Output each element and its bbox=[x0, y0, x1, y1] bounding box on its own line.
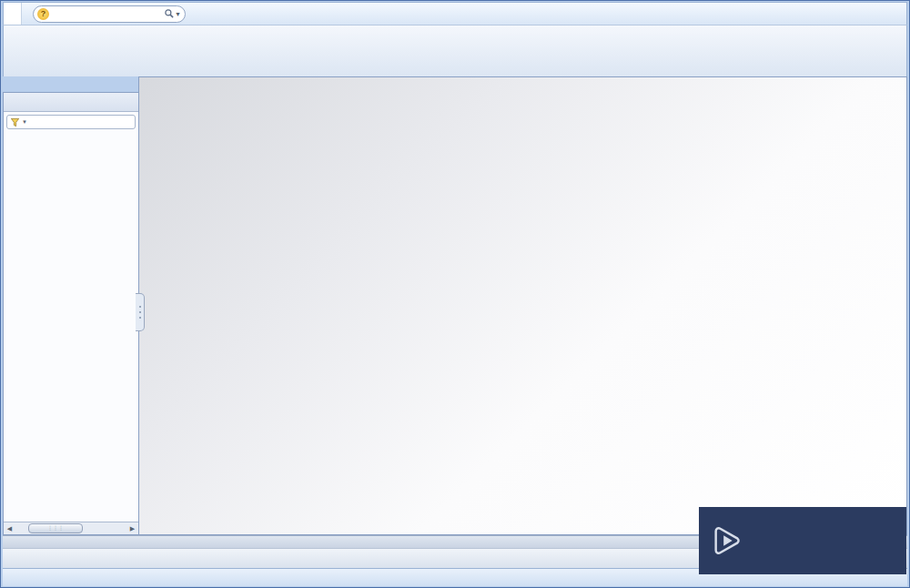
scrollbar-thumb[interactable]: ⋮⋮⋮ bbox=[28, 523, 83, 533]
scroll-right-icon[interactable]: ▶ bbox=[126, 523, 138, 533]
search-caret-icon[interactable]: ▼ bbox=[175, 11, 181, 17]
ribbon-toolbar bbox=[3, 25, 907, 76]
play-logo-icon bbox=[710, 523, 744, 558]
tree-horizontal-scrollbar[interactable]: ◀ ⋮⋮⋮ ▶ bbox=[4, 522, 138, 534]
graphics-viewport[interactable] bbox=[138, 76, 907, 535]
search-input[interactable] bbox=[52, 8, 164, 20]
filter-funnel-icon bbox=[10, 117, 20, 127]
solidworks-logo bbox=[4, 3, 22, 25]
menu-bar: ? ▼ bbox=[3, 2, 907, 25]
scroll-left-icon[interactable]: ◀ bbox=[4, 523, 15, 533]
watermark-overlay bbox=[699, 507, 906, 574]
feature-tree bbox=[4, 131, 138, 522]
panel-tabs bbox=[4, 93, 138, 112]
tree-filter-field[interactable]: ▼ bbox=[6, 115, 136, 129]
search-icon[interactable] bbox=[164, 8, 175, 19]
help-bubble-icon: ? bbox=[37, 8, 49, 20]
solidworks-window: ? ▼ ▼ ◀ ⋮⋮⋮ ▶ bbox=[0, 0, 910, 588]
filter-caret-icon[interactable]: ▼ bbox=[22, 119, 27, 125]
feature-manager-panel: ▼ ◀ ⋮⋮⋮ ▶ bbox=[3, 92, 139, 535]
panel-splitter-handle[interactable] bbox=[136, 293, 145, 331]
search-box[interactable]: ? ▼ bbox=[33, 5, 186, 23]
